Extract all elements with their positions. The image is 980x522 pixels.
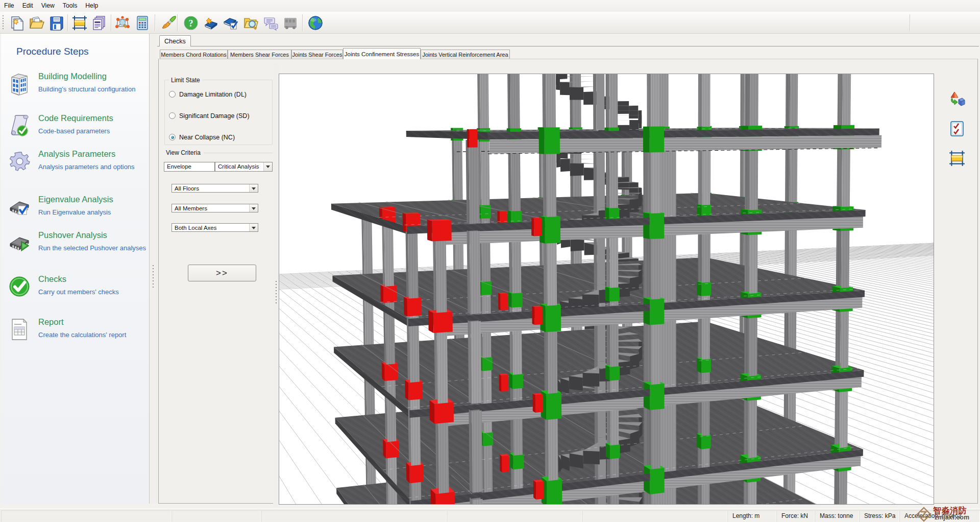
calculator-button[interactable] — [133, 13, 152, 32]
tutorial-book-check-icon — [223, 15, 239, 31]
critical-analysis-combo[interactable]: Critical Analysis — [215, 162, 273, 172]
radio-label: Significant Damage (SD) — [179, 112, 250, 120]
procedure-steps-panel: Procedure Steps Building ModellingBuildi… — [1, 34, 150, 504]
save-icon — [48, 15, 65, 31]
sidebar-splitter[interactable] — [150, 34, 157, 504]
status-cell — [261, 510, 447, 522]
building-modeller-icon — [948, 150, 966, 167]
report-pages-button[interactable] — [90, 13, 109, 32]
combo-arrow-icon[interactable] — [263, 162, 272, 171]
chip-play-icon — [8, 230, 31, 255]
tab-strip-line — [157, 46, 979, 46]
building-3d-scene — [279, 74, 934, 504]
toolbar-separator — [177, 14, 178, 31]
status-stress: Stress: kPa — [859, 510, 899, 522]
step-pushover-analysis[interactable]: Pushover AnalysisRun the selected Pushov… — [1, 230, 150, 261]
help-icon — [183, 15, 199, 31]
envelope-box[interactable]: Envelope — [164, 162, 215, 172]
globe-button[interactable] — [306, 13, 325, 32]
forum-chat-button[interactable] — [261, 13, 280, 32]
control-splitter-dots — [275, 280, 277, 304]
expand-button[interactable]: >> — [188, 265, 256, 281]
toolbar-separator — [155, 14, 156, 31]
radio-label: Damage Limitation (DL) — [179, 91, 247, 98]
save-button[interactable] — [47, 13, 66, 32]
paintbrush-button[interactable] — [159, 13, 179, 32]
zm-diamond-logo-icon — [916, 507, 932, 522]
step-subtitle: Run the selected Pushover analyses — [38, 244, 146, 252]
step-eigenvalue-analysis[interactable]: Eigenvalue AnalysisRun Eigenvalue analys… — [1, 195, 150, 225]
menu-help[interactable]: Help — [81, 0, 102, 11]
limit-state-groupbox: Limit State Damage Limitation (DL)Signif… — [164, 80, 273, 145]
model-3d-view-button[interactable] — [113, 13, 132, 32]
manual-book-icon — [203, 15, 219, 31]
step-title: Building Modelling — [38, 72, 107, 81]
subtab-members-chord-rotations[interactable]: Members Chord Rotations — [160, 50, 228, 59]
toolbar-grip[interactable] — [2, 15, 4, 31]
view-criteria-label: View Criteria — [166, 149, 201, 156]
right-toolbar — [939, 60, 977, 503]
subtab-joints-vertical-reinforcement-area[interactable]: Joints Vertical Reinforcement Area — [421, 50, 510, 59]
building-modeller-button[interactable] — [946, 147, 968, 170]
step-subtitle: Carry out members' checks — [38, 288, 119, 296]
tutorial-book-check-button[interactable] — [221, 13, 240, 32]
radio-circle[interactable] — [169, 112, 176, 119]
status-force: Force: kN — [776, 510, 815, 522]
radio-label: Near Collapse (NC) — [179, 134, 235, 141]
checks-control-panel: Limit State Damage Limitation (DL)Signif… — [160, 63, 277, 503]
building-modeller-icon — [71, 15, 88, 31]
status-cell — [1, 510, 172, 522]
checklist-button[interactable] — [946, 117, 968, 140]
subtab-joints-shear-forces[interactable]: Joints Shear Forces — [291, 50, 343, 59]
combo-arrow-icon[interactable] — [249, 184, 258, 192]
step-title: Checks — [38, 274, 66, 284]
step-title: Eigenvalue Analysis — [38, 195, 113, 204]
step-subtitle: Run Eigenvalue analysis — [38, 208, 111, 216]
step-report[interactable]: ReportCreate the calculations' report — [1, 317, 150, 348]
status-length: Length: m — [727, 510, 776, 522]
step-code-requirements[interactable]: Code RequirementsCode-based parameters — [1, 113, 150, 144]
building-modeller-button[interactable] — [70, 13, 89, 32]
manual-book-button[interactable] — [201, 13, 220, 32]
step-title: Report — [38, 317, 64, 327]
dropdown-all-floors[interactable]: All Floors — [172, 184, 258, 193]
dropdown-all-members[interactable]: All Members — [172, 204, 258, 212]
toolbar — [0, 12, 980, 34]
combo-arrow-icon[interactable] — [249, 204, 258, 212]
step-checks[interactable]: ChecksCarry out members' checks — [1, 274, 150, 305]
report-doc-icon — [8, 317, 31, 342]
menu-edit[interactable]: Edit — [18, 0, 37, 11]
status-cell — [582, 510, 727, 522]
watermark-text-url: zmjaxf.com — [935, 514, 969, 521]
new-document-button[interactable] — [7, 13, 27, 32]
step-building-modelling[interactable]: Building ModellingBuilding's structural … — [1, 72, 150, 102]
shapes-3d-icon — [948, 90, 966, 108]
status-cell — [172, 510, 261, 522]
menu-file[interactable]: File — [0, 0, 18, 11]
toolbar-separator — [302, 14, 303, 31]
dropdown-value: All Members — [175, 205, 207, 211]
model-3d-view-icon — [114, 15, 131, 31]
paintbrush-icon — [161, 15, 177, 31]
new-document-icon — [9, 15, 25, 31]
building-icon — [8, 72, 31, 96]
step-analysis-parameters[interactable]: Analysis ParametersAnalysis parameters a… — [1, 149, 150, 180]
subtab-members-shear-forces[interactable]: Members Shear Forces — [228, 50, 291, 59]
folder-search-button[interactable] — [241, 13, 260, 32]
tab-checks[interactable]: Checks — [159, 35, 191, 46]
menu-view[interactable]: View — [37, 0, 59, 11]
step-title: Pushover Analysis — [38, 230, 107, 240]
shapes-3d-button[interactable] — [946, 88, 968, 110]
folder-search-icon — [242, 15, 259, 31]
menu-tools[interactable]: Tools — [59, 0, 81, 11]
help-button[interactable] — [181, 13, 201, 32]
chip-check-icon — [8, 195, 31, 219]
radio-circle[interactable] — [169, 134, 176, 140]
bus-disabled-button[interactable] — [281, 13, 300, 32]
radio-circle[interactable] — [169, 91, 176, 98]
open-folder-button[interactable] — [27, 13, 46, 32]
dropdown-both-local-axes[interactable]: Both Local Axes — [172, 223, 258, 232]
subtab-joints-confinement-stresses[interactable]: Joints Confinement Stresses — [343, 48, 421, 59]
combo-arrow-icon[interactable] — [249, 224, 258, 231]
model-3d-viewport[interactable] — [279, 74, 934, 505]
